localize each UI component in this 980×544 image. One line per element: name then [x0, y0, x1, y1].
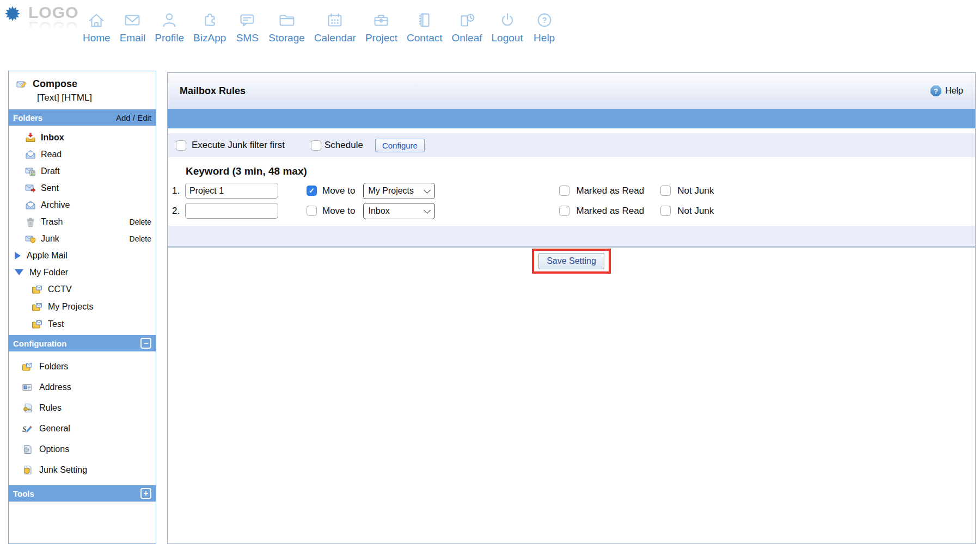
sidebar-item-apple-mail[interactable]: Apple Mail: [9, 247, 156, 264]
config-item-options[interactable]: Options: [9, 439, 156, 460]
nav-item-help[interactable]: ? Help: [532, 10, 556, 44]
triangle-down-icon[interactable]: [15, 269, 23, 275]
config-item-rules[interactable]: Rules: [9, 398, 156, 418]
annotation-highlight-rectangle: Save Setting: [532, 249, 611, 274]
nav-item-contact[interactable]: Contact: [407, 10, 442, 44]
sidebar-item-sent[interactable]: Sent: [9, 180, 156, 196]
marked-as-read-checkbox-2[interactable]: ✓: [559, 206, 569, 216]
marked-as-read-label: Marked as Read: [576, 206, 644, 217]
sidebar-item-archive[interactable]: Archive: [9, 196, 156, 213]
nav-item-sms[interactable]: SMS: [235, 10, 259, 44]
move-to-label: Move to: [322, 186, 355, 196]
nav-item-onleaf[interactable]: Onleaf: [452, 10, 482, 44]
nav-item-home[interactable]: Home: [83, 10, 111, 44]
move-to-label: Move to: [322, 206, 355, 217]
sidebar-item-cctv[interactable]: CCTV: [9, 281, 156, 298]
marked-as-read-checkbox-1[interactable]: ✓: [559, 186, 569, 196]
tools-section-header: Tools +: [9, 485, 156, 502]
home-icon: [86, 10, 107, 30]
move-to-checkbox-1[interactable]: ✓: [307, 186, 317, 196]
config-item-general[interactable]: S General: [9, 418, 156, 439]
open-envelope-icon: [25, 149, 36, 160]
sidebar-item-draft[interactable]: Draft: [9, 163, 156, 180]
main-header: Mailbox Rules ? Help: [168, 73, 975, 109]
page-title: Mailbox Rules: [180, 85, 246, 97]
question-circle-icon: ?: [534, 10, 555, 30]
nav-item-project[interactable]: Project: [365, 10, 397, 44]
sidebar-item-read[interactable]: Read: [9, 146, 156, 163]
nav-item-logout[interactable]: Logout: [492, 10, 523, 44]
address-card-icon: [22, 382, 33, 393]
execute-junk-label: Execute Junk filter first: [192, 140, 285, 151]
logo-text: LOGO: [28, 4, 78, 21]
folders-add-edit-link[interactable]: Add / Edit: [116, 113, 151, 122]
nav-item-email[interactable]: Email: [120, 10, 146, 44]
configuration-collapse-button[interactable]: −: [140, 338, 151, 349]
compose-format-links: [Text] [HTML]: [9, 91, 156, 109]
calendar-icon: [324, 10, 345, 30]
keyword-input-2[interactable]: [185, 203, 278, 219]
folder-mail-icon: [22, 361, 33, 372]
nav-item-calendar[interactable]: Calendar: [314, 10, 356, 44]
sidebar-item-my-projects[interactable]: My Projects: [9, 298, 156, 316]
config-item-folders[interactable]: Folders: [9, 356, 156, 377]
toolbar-bar: [168, 109, 975, 128]
folders-section-header: Folders Add / Edit: [9, 109, 156, 126]
signature-icon: S: [22, 423, 33, 434]
top-nav: Home Email Profile BizApp SMS Storage Ca…: [83, 10, 556, 44]
nav-item-profile[interactable]: Profile: [155, 10, 184, 44]
profile-icon: [159, 10, 180, 30]
main-panel: Mailbox Rules ? Help ✓ Execute Junk filt…: [167, 72, 976, 544]
rule-row-1: 1. ✓ Move to My Projects ✓ Marked as Rea…: [168, 181, 975, 201]
sidebar-item-trash[interactable]: Trash Delete: [9, 213, 156, 230]
move-to-checkbox-2[interactable]: ✓: [307, 206, 317, 216]
folder-mail-icon: [32, 301, 42, 312]
rule-row-2: 2. ✓ Move to Inbox ✓ Marked as Read ✓ No…: [168, 201, 975, 221]
speech-bubble-icon: [237, 10, 258, 30]
envelope-arrow-icon: [25, 183, 36, 194]
filter-bar: ✓ Execute Junk filter first ✓ Schedule C…: [168, 133, 975, 157]
folder-select-wrap: Inbox: [363, 203, 435, 219]
config-item-junk-setting[interactable]: Junk Setting: [9, 460, 156, 480]
nav-item-bizapp[interactable]: BizApp: [193, 10, 226, 44]
email-icon: [122, 10, 143, 30]
marked-as-read-label: Marked as Read: [576, 186, 644, 196]
schedule-checkbox[interactable]: ✓: [311, 140, 321, 151]
puzzle-icon: [199, 10, 220, 30]
svg-text:?: ?: [542, 16, 547, 24]
key-page-icon: [22, 403, 33, 413]
save-setting-button[interactable]: Save Setting: [538, 253, 604, 269]
trash-icon: [25, 217, 36, 227]
not-junk-checkbox-2[interactable]: ✓: [660, 206, 671, 216]
page-shield-icon: [22, 465, 33, 475]
schedule-label: Schedule: [324, 140, 363, 151]
compose-html-link[interactable]: [HTML]: [62, 92, 92, 103]
sidebar-item-inbox[interactable]: Inbox: [9, 129, 156, 146]
trash-delete-link[interactable]: Delete: [130, 218, 151, 226]
divider-band: [168, 226, 975, 248]
not-junk-checkbox-1[interactable]: ✓: [660, 186, 671, 196]
move-to-folder-select-1[interactable]: My Projects: [363, 183, 435, 199]
sidebar-item-test[interactable]: Test: [9, 316, 156, 333]
sidebar-item-junk[interactable]: Junk Delete: [9, 230, 156, 247]
config-item-address[interactable]: Address: [9, 377, 156, 398]
triangle-right-icon[interactable]: [15, 252, 21, 259]
sidebar: Compose [Text] [HTML] Folders Add / Edit…: [8, 71, 156, 544]
nav-item-storage[interactable]: Storage: [268, 10, 305, 44]
page-clock-icon: [457, 10, 477, 30]
compose-button[interactable]: Compose: [9, 71, 156, 91]
tools-expand-button[interactable]: +: [140, 488, 151, 499]
power-icon: [497, 10, 518, 30]
folder-mail-icon: [32, 319, 42, 330]
question-octagon-icon: ?: [930, 85, 941, 96]
keyword-input-1[interactable]: [185, 183, 278, 199]
move-to-folder-select-2[interactable]: Inbox: [363, 203, 435, 219]
open-envelope-icon: [25, 200, 36, 211]
help-link[interactable]: ? Help: [930, 85, 963, 96]
configuration-list: Folders Address Rules S: [9, 351, 156, 485]
junk-delete-link[interactable]: Delete: [130, 234, 151, 243]
sidebar-item-my-folder[interactable]: My Folder: [9, 264, 156, 281]
configure-button[interactable]: Configure: [375, 139, 425, 152]
execute-junk-checkbox[interactable]: ✓: [176, 140, 186, 151]
compose-text-link[interactable]: [Text]: [37, 92, 59, 103]
